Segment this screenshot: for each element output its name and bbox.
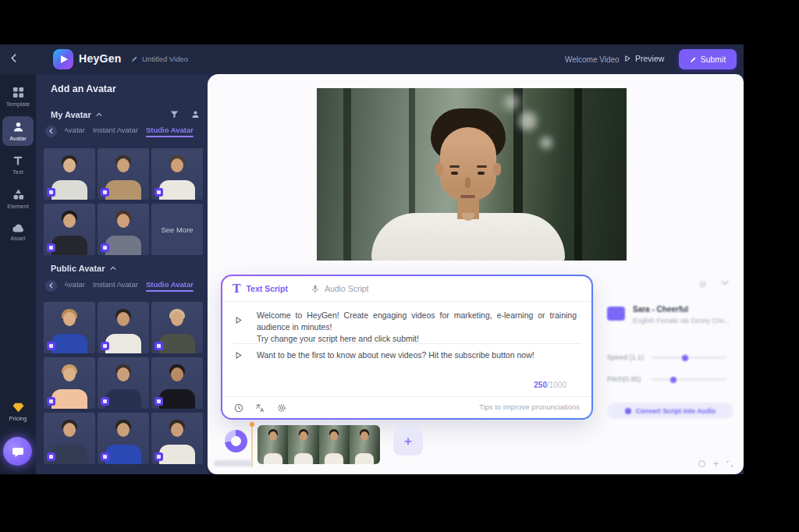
pencil-icon: [131, 55, 138, 62]
sidebar-item-template[interactable]: Template: [2, 82, 34, 112]
top-header: HeyGen Untitled Video Welcome Video Prev…: [0, 44, 744, 74]
pronunciation-tips-link[interactable]: Tips to improve pronunciations: [479, 403, 580, 411]
document-title[interactable]: Untitled Video: [131, 55, 188, 63]
fit-view-icon[interactable]: [698, 460, 705, 467]
play-sentence-icon[interactable]: [234, 316, 243, 325]
avatar-badge-icon: [101, 397, 109, 406]
fullscreen-icon[interactable]: [726, 460, 733, 467]
script-block-1[interactable]: Welcome to HeyGen! Create engaging video…: [257, 310, 577, 345]
help-chat-button[interactable]: [3, 437, 32, 466]
template-icon: [12, 87, 24, 98]
timeline-frame: [319, 425, 350, 464]
speed-slider-thumb[interactable]: [682, 355, 688, 361]
canvas-corner-tools: [698, 460, 733, 467]
back-arrow-icon[interactable]: [9, 53, 20, 63]
add-scene-button[interactable]: +: [393, 427, 423, 456]
public-avatar-section-header[interactable]: Public Avatar: [51, 264, 116, 273]
avatar-type-tab-avatar[interactable]: Avatar: [65, 126, 85, 137]
sidebar-item-text[interactable]: Text: [2, 151, 34, 179]
sidebar-item-label: Element: [7, 203, 29, 210]
script-panel: T Text Script Audio Script Welcome to He…: [221, 275, 593, 420]
tabs-scroll-left[interactable]: [45, 126, 57, 137]
sidebar-item-asset[interactable]: Asset: [2, 218, 34, 246]
script-block-2[interactable]: Want to be the first to know about new v…: [257, 349, 577, 361]
zoom-in-icon[interactable]: [712, 460, 719, 467]
avatar-thumbnail[interactable]: [151, 148, 203, 200]
history-clock-icon[interactable]: [234, 403, 243, 413]
chevron-up-icon: [96, 112, 102, 117]
collapse-chevron-icon[interactable]: [721, 280, 729, 289]
voice-description: English Female via Genny Che...: [633, 317, 734, 325]
pencil-icon: [690, 56, 697, 63]
avatar-thumbnail[interactable]: [44, 357, 95, 409]
person-icon[interactable]: [191, 110, 200, 119]
filter-icon[interactable]: [170, 110, 179, 119]
sidebar-item-label: Asset: [11, 235, 26, 242]
sidebar-item-avatar[interactable]: Avatar: [2, 116, 34, 146]
submit-button[interactable]: Submit: [679, 49, 737, 69]
tab-audio-script[interactable]: Audio Script: [311, 284, 369, 294]
scene-avatar-spinner[interactable]: [225, 430, 247, 452]
voice-settings-gear-icon[interactable]: [698, 280, 707, 289]
speed-slider[interactable]: [652, 356, 726, 359]
avatar-thumbnail[interactable]: [98, 302, 149, 353]
avatar-thumbnail[interactable]: [44, 204, 95, 255]
pitch-slider[interactable]: [652, 378, 726, 381]
avatar-thumbnail[interactable]: [151, 357, 203, 409]
pitch-label: Pitch(0.85): [607, 375, 641, 383]
section-tools: [170, 110, 200, 119]
preview-button[interactable]: Preview: [623, 54, 664, 63]
timeline-status-text: [214, 460, 253, 466]
block-divider: [233, 343, 581, 344]
pitch-slider-thumb[interactable]: [670, 377, 676, 383]
tab-text-script[interactable]: T Text Script: [233, 283, 288, 294]
timeline-frame: [257, 425, 288, 464]
video-frame-strip[interactable]: [257, 425, 380, 464]
video-preview[interactable]: [317, 88, 627, 261]
avatar-type-tab-instant-avatar[interactable]: Instant Avatar: [93, 126, 138, 137]
avatar-thumbnail[interactable]: [151, 302, 203, 353]
avatar-type-tab-avatar[interactable]: Avatar: [65, 280, 85, 292]
avatar-badge-icon: [101, 243, 109, 252]
avatar-badge-icon: [47, 243, 55, 252]
avatar-thumbnail[interactable]: [151, 413, 203, 464]
avatar-thumbnail[interactable]: [98, 413, 149, 464]
avatar-badge-icon: [101, 342, 109, 350]
avatar-thumbnail[interactable]: [44, 413, 95, 464]
settings-gear-icon[interactable]: [277, 403, 286, 413]
sidebar-item-label: Avatar: [9, 135, 27, 142]
play-sentence-icon[interactable]: [234, 351, 243, 360]
brand-name: HeyGen: [79, 52, 122, 65]
script-tabs: T Text Script Audio Script: [222, 276, 591, 302]
avatar-thumbnail[interactable]: [98, 148, 149, 200]
my-avatar-grid: See More: [44, 148, 203, 255]
avatar-thumbnail[interactable]: [98, 357, 149, 409]
avatar-badge-icon: [154, 342, 163, 350]
rail-items: TemplateAvatarTextElementAsset: [0, 82, 36, 250]
avatar-thumbnail[interactable]: [98, 204, 149, 255]
sidebar-item-pricing[interactable]: Pricing: [0, 402, 36, 422]
tabs-scroll-left[interactable]: [45, 280, 57, 292]
translate-icon[interactable]: [255, 403, 265, 413]
convert-script-button[interactable]: Convert Script into Audio: [607, 403, 733, 419]
sidebar-item-element[interactable]: Element: [2, 184, 34, 214]
avatar-thumbnail[interactable]: [44, 302, 95, 353]
avatar-type-tab-studio-avatar[interactable]: Studio Avatar: [146, 280, 194, 292]
voice-settings-panel: Sara - Cheerful English Female via Genny…: [598, 278, 740, 423]
my-avatar-section-header[interactable]: My Avatar: [51, 110, 102, 119]
heygen-logo-icon[interactable]: [53, 49, 73, 69]
text-icon: T: [233, 283, 240, 294]
voice-name[interactable]: Sara - Cheerful: [633, 305, 688, 314]
avatar-badge-icon: [47, 342, 55, 350]
see-more-tile[interactable]: See More: [151, 204, 203, 255]
avatar-type-tab-instant-avatar[interactable]: Instant Avatar: [93, 280, 138, 292]
voice-avatar-chip[interactable]: [607, 307, 625, 321]
timeline-frame: [350, 425, 380, 464]
screenshot-stage: HeyGen Untitled Video Welcome Video Prev…: [0, 0, 799, 532]
chevron-up-icon: [110, 266, 116, 271]
avatar-thumbnail[interactable]: [44, 148, 95, 200]
microphone-icon: [311, 284, 319, 294]
sidebar-item-label: Template: [6, 101, 30, 108]
avatar-type-tab-studio-avatar[interactable]: Studio Avatar: [146, 126, 194, 137]
play-outline-icon: [623, 55, 631, 62]
